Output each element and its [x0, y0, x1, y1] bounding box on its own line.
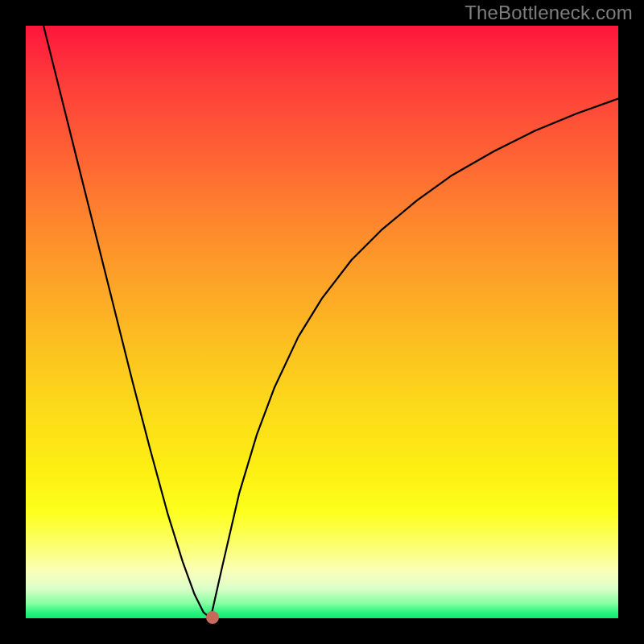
minimum-marker	[206, 611, 219, 624]
watermark-text: TheBottleneck.com	[464, 2, 633, 24]
chart-outer-frame: TheBottleneck.com	[0, 0, 644, 644]
curve-svg	[26, 26, 618, 618]
plot-area	[26, 26, 618, 618]
curve-path	[43, 26, 618, 618]
